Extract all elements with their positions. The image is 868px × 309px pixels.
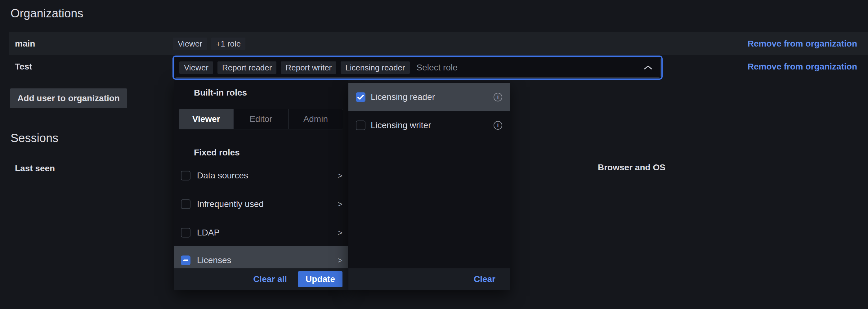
page-title: Organizations: [10, 7, 83, 20]
indeterminate-dash-icon: [183, 260, 188, 261]
builtin-role-radio-group: Viewer Editor Admin: [179, 109, 343, 129]
info-circle-icon[interactable]: i: [494, 93, 502, 101]
role-tag-list: Viewer +1 role: [173, 37, 245, 50]
info-circle-icon[interactable]: i: [494, 121, 502, 130]
submenu-footer: Clear: [348, 268, 510, 290]
submenu-option-licensing-reader[interactable]: Licensing reader i: [348, 83, 510, 111]
group-label: Data sources: [197, 171, 248, 181]
checkbox-unchecked[interactable]: [181, 199, 190, 209]
radio-option-viewer[interactable]: Viewer: [179, 109, 233, 129]
checkbox-unchecked[interactable]: [356, 120, 366, 130]
chevron-right-icon[interactable]: >: [338, 171, 342, 181]
add-user-to-organization-button[interactable]: Add user to organization: [10, 88, 127, 108]
group-label: Infrequently used: [197, 199, 264, 209]
column-header-last-seen: Last seen: [15, 163, 55, 174]
role-label: Licensing writer: [371, 120, 431, 130]
role-count-tag[interactable]: +1 role: [211, 37, 245, 50]
clear-all-button[interactable]: Clear all: [253, 274, 287, 284]
chevron-up-icon[interactable]: [643, 65, 653, 70]
select-placeholder: Select role: [416, 63, 458, 72]
checkbox-unchecked[interactable]: [181, 228, 190, 238]
org-row-main: main Viewer +1 role Remove from organiza…: [9, 32, 868, 55]
selected-role-tag[interactable]: Report reader: [217, 61, 276, 74]
remove-from-org-link[interactable]: Remove from organization: [748, 39, 857, 49]
column-header-browser-os: Browser and OS: [598, 162, 665, 173]
role-picker-footer: Clear all Update: [174, 268, 348, 290]
organizations-admin-page: Organizations main Viewer +1 role Remove…: [0, 0, 868, 309]
radio-option-editor[interactable]: Editor: [233, 109, 288, 129]
fixed-role-group-ldap[interactable]: LDAP >: [174, 218, 348, 247]
checkbox-indeterminate[interactable]: [181, 256, 190, 265]
org-name: main: [15, 39, 35, 49]
org-name: Test: [15, 62, 32, 72]
fixed-role-group-infrequently-used[interactable]: Infrequently used >: [174, 190, 348, 218]
builtin-roles-header: Built-in roles: [194, 88, 247, 98]
submenu-option-licensing-writer[interactable]: Licensing writer i: [348, 111, 510, 139]
chevron-right-icon[interactable]: >: [338, 228, 342, 238]
role-tag[interactable]: Viewer: [173, 37, 207, 50]
role-label: Licensing reader: [371, 92, 435, 102]
checkbox-checked[interactable]: [356, 92, 366, 102]
licenses-submenu: Licensing reader i Licensing writer i Cl…: [348, 82, 510, 290]
fixed-roles-header: Fixed roles: [194, 148, 240, 158]
chevron-right-icon[interactable]: >: [338, 199, 342, 209]
fixed-role-group-data-sources[interactable]: Data sources >: [174, 161, 348, 190]
clear-button[interactable]: Clear: [474, 274, 495, 284]
selected-role-tag[interactable]: Report writer: [281, 61, 336, 74]
group-label: LDAP: [197, 228, 220, 238]
role-picker-dropdown: Built-in roles Viewer Editor Admin Fixed…: [174, 80, 348, 290]
role-select-value-area[interactable]: Viewer Report reader Report writer Licen…: [175, 58, 660, 78]
checkbox-unchecked[interactable]: [181, 171, 190, 181]
selected-role-tag[interactable]: Licensing reader: [341, 61, 409, 74]
selected-role-tag[interactable]: Viewer: [179, 61, 213, 74]
role-select-input[interactable]: Viewer Report reader Report writer Licen…: [173, 56, 663, 80]
update-button[interactable]: Update: [298, 271, 342, 287]
remove-from-org-link[interactable]: Remove from organization: [748, 62, 857, 72]
group-label: Licenses: [197, 255, 231, 265]
radio-option-admin[interactable]: Admin: [288, 109, 343, 129]
sessions-title: Sessions: [10, 131, 58, 145]
chevron-right-icon[interactable]: >: [338, 256, 342, 265]
checkmark-icon: [358, 94, 364, 100]
